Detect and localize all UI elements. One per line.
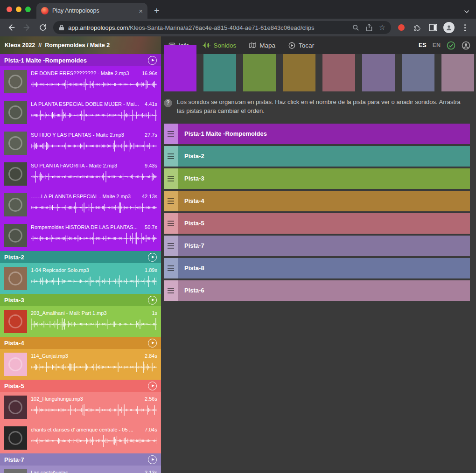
play-track-button[interactable] [148, 339, 157, 348]
address-bar[interactable]: app.antropoloops.com/Kleos-Santa-Marina/… [53, 21, 391, 34]
profile-avatar[interactable] [443, 22, 455, 33]
play-track-button[interactable] [148, 56, 157, 65]
drag-handle-icon [168, 176, 174, 181]
track-row[interactable]: Pista-7 [164, 236, 470, 256]
bookmark-star-icon[interactable]: ☆ [379, 24, 385, 31]
clip-title: 114_Gunjai.mp3 [31, 353, 142, 359]
track-color-swatch-pista-7[interactable] [362, 54, 395, 91]
track-color-swatch-pista-1[interactable] [164, 45, 196, 91]
track-list: Pista-1 Maite -Rompemoldes Pista-2 Pista… [164, 124, 470, 301]
drag-handle[interactable] [164, 124, 178, 144]
clip-thumbnail [4, 469, 27, 473]
track-row[interactable]: Pista-5 [164, 213, 470, 234]
back-button[interactable] [6, 22, 17, 33]
track-row-label: Pista-8 [178, 258, 470, 278]
new-tab-button[interactable]: + [154, 6, 160, 15]
sidebar-track-header[interactable]: Pista-7 [0, 453, 161, 466]
clip-duration: 16.96s [142, 70, 157, 76]
track-row[interactable]: Pista-2 [164, 146, 470, 167]
audio-clip[interactable]: 114_Gunjai.mp3 2.84s [0, 349, 161, 380]
drag-handle[interactable] [164, 191, 178, 211]
waveform [31, 231, 157, 245]
breadcrumb[interactable]: Kleos 2022 // Rompemoldes / Maite 2 [0, 36, 161, 54]
track-row[interactable]: Pista-1 Maite -Rompemoldes [164, 124, 470, 144]
play-icon [152, 256, 154, 258]
sidebar-track-header[interactable]: Pista-3 [0, 294, 161, 306]
drag-handle[interactable] [164, 258, 178, 278]
mapa-icon [249, 42, 256, 49]
tab-mapa[interactable]: Mapa [249, 42, 275, 49]
waveform [31, 360, 157, 374]
track-row-label: Pista-3 [178, 168, 470, 189]
sidebar-track-header[interactable]: Pista-5 [0, 380, 161, 392]
reload-button[interactable] [37, 22, 49, 33]
drag-handle[interactable] [164, 213, 178, 234]
audio-clip[interactable]: chants et danses d' amerique centrale - … [0, 423, 161, 453]
account-icon[interactable] [462, 41, 470, 50]
sidebar-track-header[interactable]: Pista-4 [0, 337, 161, 349]
track-row[interactable]: Pista-8 [164, 258, 470, 278]
lang-en-button[interactable]: EN [433, 42, 441, 49]
clip-title: DE DONDE ERES???????? - Maite 2.mp3 [31, 70, 139, 76]
tab-close-icon[interactable]: × [139, 7, 143, 14]
play-track-button[interactable] [148, 455, 157, 464]
sidebar-track-header[interactable]: Pista-2 [0, 251, 161, 263]
extensions-puzzle-icon[interactable] [412, 22, 423, 33]
drag-handle[interactable] [164, 236, 178, 256]
clip-title: Las castañuelas [31, 470, 142, 473]
audio-clip[interactable]: 1-04 Repicador Solo.mp3 1.89s [0, 263, 161, 294]
clip-duration: 27.7s [145, 132, 157, 138]
track-row[interactable]: Pista-4 [164, 191, 470, 211]
audio-clip[interactable]: Las castañuelas 3.13s [0, 466, 161, 473]
nav-label: Tocar [299, 42, 314, 49]
audio-clip[interactable]: SU PLANTA FAVORITA - Maite 2.mp3 9.43s [0, 159, 161, 189]
track-color-swatch-pista-3[interactable] [243, 54, 276, 91]
audio-clip[interactable]: LA PLANTA ESPECIAL DOBLE MUJER - Mai... … [0, 97, 161, 128]
minimize-window-button[interactable] [16, 7, 21, 12]
audio-clip[interactable]: 102_Hunguhungu.mp3 2.56s [0, 392, 161, 423]
audio-clip[interactable]: SU HIJO Y LAS PLANTAS - Maite 2.mp3 27.7… [0, 128, 161, 159]
drag-handle[interactable] [164, 280, 178, 301]
saved-check-icon [447, 41, 455, 50]
play-track-button[interactable] [148, 296, 157, 305]
track-row-label: Pista-4 [178, 191, 470, 211]
extension-record-icon[interactable] [396, 22, 407, 33]
tab-sonidos[interactable]: Sonidos [203, 42, 237, 49]
help-icon: ? [164, 99, 172, 107]
track-row[interactable]: Pista-3 [164, 168, 470, 189]
sidebar-track-header[interactable]: Pista-1 Maite -Rompemoldes [0, 54, 161, 66]
audio-clip[interactable]: 203_Amalihani - Mali: Part 1.mp3 1s [0, 306, 161, 337]
share-icon[interactable] [366, 24, 372, 31]
forward-button[interactable] [21, 22, 33, 33]
track-color-swatch-pista-2[interactable] [203, 54, 236, 91]
lang-es-button[interactable]: ES [419, 42, 427, 49]
play-track-button[interactable] [148, 253, 157, 262]
sidebar-track-section: Pista-3 203_Amalihani - Mali: Part 1.mp3… [0, 294, 161, 337]
drag-handle-icon [168, 265, 174, 271]
audio-clip[interactable]: DE DONDE ERES???????? - Maite 2.mp3 16.9… [0, 66, 161, 97]
track-row[interactable]: Pista-6 [164, 280, 470, 301]
tab-tocar[interactable]: Tocar [288, 42, 314, 49]
browser-menu-icon[interactable] [459, 22, 470, 33]
drag-handle[interactable] [164, 168, 178, 189]
zoom-icon[interactable] [352, 24, 359, 31]
drag-handle[interactable] [164, 146, 178, 167]
waveform [31, 434, 157, 448]
browser-tab[interactable]: Play Antropoloops × [36, 3, 147, 19]
track-color-swatch-pista-8[interactable] [402, 54, 434, 91]
tab-search-chevron-icon[interactable] [464, 7, 469, 15]
audio-clip[interactable]: Rompemoldes HISTORIA DE LAS PLANTAS... 5… [0, 220, 161, 251]
track-color-swatch-pista-4[interactable] [283, 54, 315, 91]
audio-clip[interactable]: ------LA PLANNTA ESPECIAL - Maite 2.mp3 … [0, 189, 161, 220]
play-track-button[interactable] [148, 382, 157, 390]
header-actions: ES EN [419, 36, 476, 54]
side-panel-icon[interactable] [427, 22, 439, 33]
track-color-swatch-pista-5[interactable] [322, 54, 355, 91]
track-color-swatch-pista-6[interactable] [441, 54, 474, 91]
clip-duration: 7.04s [145, 427, 157, 432]
clip-title: SU PLANTA FAVORITA - Maite 2.mp3 [31, 163, 142, 168]
fullscreen-window-button[interactable] [25, 7, 31, 12]
close-window-button[interactable] [7, 7, 12, 12]
clip-thumbnail [4, 310, 27, 333]
antropoloops-app: Kleos 2022 // Rompemoldes / Maite 2 Info… [0, 36, 476, 473]
